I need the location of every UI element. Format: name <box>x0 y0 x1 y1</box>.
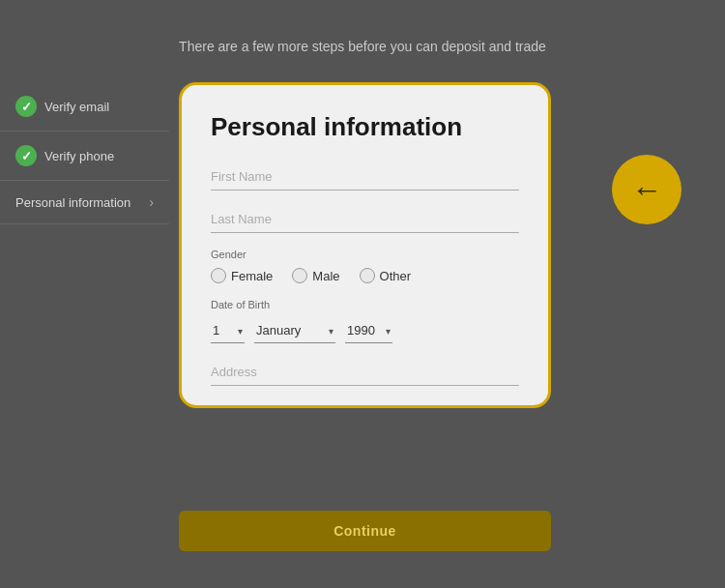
gender-other[interactable]: Other <box>360 268 412 283</box>
personal-info-label: Personal information <box>15 195 130 210</box>
dob-selects: 12345 678910 1112131415 1617181920 21222… <box>211 318 519 343</box>
male-label: Male <box>312 269 339 283</box>
dob-section: Date of Birth 12345 678910 1112131415 16… <box>211 299 519 343</box>
gender-section: Gender Female Male Other <box>211 249 519 283</box>
modal-title: Personal information <box>211 112 519 142</box>
sidebar-verify-phone-left: ✓ Verify phone <box>15 145 114 166</box>
verify-email-label: Verify email <box>44 100 109 114</box>
personal-info-modal: Personal information Gender Female Male … <box>179 82 551 408</box>
dob-day-wrapper: 12345 678910 1112131415 1617181920 21222… <box>211 318 245 343</box>
top-message: There are a few more steps before you ca… <box>0 39 725 54</box>
address-section <box>211 359 519 386</box>
continue-button[interactable]: Continue <box>179 511 551 551</box>
male-radio-circle <box>292 268 307 283</box>
sidebar-item-personal-info[interactable]: Personal information › <box>0 181 169 224</box>
dob-month-select[interactable]: JanuaryFebruaryMarchApril MayJuneJulyAug… <box>254 318 335 343</box>
sidebar-personal-info-left: Personal information <box>15 195 130 210</box>
other-label: Other <box>380 269 412 283</box>
last-name-input[interactable] <box>211 206 519 233</box>
dob-label: Date of Birth <box>211 299 519 310</box>
gender-male[interactable]: Male <box>292 268 339 283</box>
dob-month-wrapper: JanuaryFebruaryMarchApril MayJuneJulyAug… <box>254 318 335 343</box>
sidebar: ✓ Verify email ✓ Verify phone Personal i… <box>0 82 169 224</box>
back-arrow-icon: ← <box>631 174 662 205</box>
sidebar-item-verify-phone[interactable]: ✓ Verify phone <box>0 132 169 181</box>
verify-phone-check: ✓ <box>15 145 37 166</box>
first-name-group <box>211 163 519 191</box>
chevron-right-icon: › <box>149 194 154 210</box>
sidebar-item-verify-email[interactable]: ✓ Verify email <box>0 82 169 132</box>
dob-day-select[interactable]: 12345 678910 1112131415 1617181920 21222… <box>211 318 245 343</box>
female-label: Female <box>231 269 273 283</box>
female-radio-circle <box>211 268 226 283</box>
sidebar-verify-email-left: ✓ Verify email <box>15 96 109 117</box>
other-radio-circle <box>360 268 375 283</box>
gender-radio-group: Female Male Other <box>211 268 519 283</box>
verify-phone-label: Verify phone <box>44 149 114 163</box>
gender-female[interactable]: Female <box>211 268 273 283</box>
first-name-input[interactable] <box>211 163 519 191</box>
top-message-text: There are a few more steps before you ca… <box>179 39 546 54</box>
address-input[interactable] <box>211 359 519 386</box>
verify-email-check: ✓ <box>15 96 37 117</box>
gender-label: Gender <box>211 249 519 260</box>
last-name-group <box>211 206 519 233</box>
dob-year-wrapper: 1990199119921985 198019751970 ▾ <box>345 318 392 343</box>
dob-year-select[interactable]: 1990199119921985 198019751970 <box>345 318 392 343</box>
back-button[interactable]: ← <box>612 155 682 224</box>
continue-btn-container: Continue <box>179 511 551 551</box>
